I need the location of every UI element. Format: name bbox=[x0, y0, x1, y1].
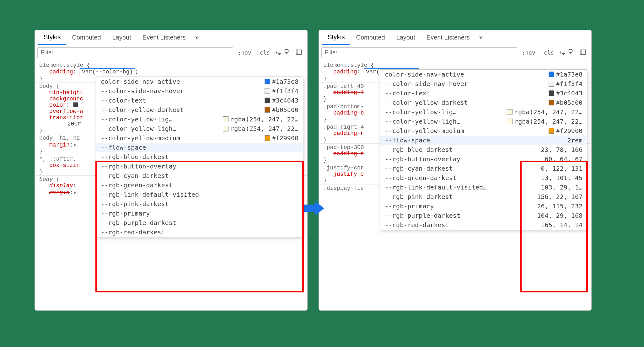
tab-styles[interactable]: Styles bbox=[38, 30, 66, 45]
autocomplete-item[interactable]: --color-yellow-medium#f29900 bbox=[96, 133, 303, 143]
devtools-panel-after: Styles Computed Layout Event Listeners »… bbox=[319, 30, 592, 311]
cls-toggle[interactable]: .cls bbox=[538, 49, 556, 56]
tab-computed[interactable]: Computed bbox=[66, 30, 106, 45]
prop-color[interactable]: color bbox=[49, 102, 66, 108]
autocomplete-item[interactable]: --rgb-green-darkest13, 101, 45 bbox=[380, 173, 587, 183]
prop-transition[interactable]: transitior bbox=[49, 115, 83, 121]
prop-margin[interactable]: margin bbox=[49, 142, 70, 148]
tabs-bar: Styles Computed Layout Event Listeners » bbox=[319, 30, 591, 45]
more-tabs-icon[interactable]: » bbox=[475, 34, 487, 42]
prop-margin-strike[interactable]: margin bbox=[49, 190, 70, 196]
computed-sidebar-icon[interactable] bbox=[293, 49, 305, 57]
new-rule-button[interactable]: + bbox=[272, 49, 281, 56]
filter-input[interactable] bbox=[321, 47, 517, 58]
rules-list: element.style { padding: var(--color-bg)… bbox=[35, 60, 307, 198]
selector-element-style: element.style bbox=[39, 62, 83, 68]
autocomplete-item[interactable]: --color-yellow-darkest#b05a00 bbox=[96, 105, 303, 115]
prop-name[interactable]: padding-l bbox=[333, 89, 364, 96]
tabs-bar: Styles Computed Layout Event Listeners » bbox=[35, 30, 307, 45]
selector-element-style: element.style bbox=[323, 62, 367, 68]
prop-name[interactable]: justify-c bbox=[333, 171, 364, 177]
color-swatch bbox=[223, 126, 228, 131]
color-swatch bbox=[265, 107, 270, 113]
autocomplete-item[interactable]: --color-side-nav-hover#f1f3f4 bbox=[96, 86, 303, 96]
svg-rect-2 bbox=[569, 49, 572, 52]
autocomplete-item[interactable]: --rgb-link-default-visited bbox=[96, 190, 303, 199]
new-rule-button[interactable]: + bbox=[556, 49, 565, 56]
color-swatch bbox=[265, 135, 270, 141]
autocomplete-item[interactable]: --rgb-cyan-darkest bbox=[96, 171, 303, 180]
prop-name[interactable]: padding-r bbox=[333, 130, 364, 136]
tab-event-listeners[interactable]: Event Listeners bbox=[137, 30, 191, 45]
prop-min-height[interactable]: min-height bbox=[49, 89, 83, 96]
color-swatch bbox=[507, 119, 513, 124]
paint-flashing-icon[interactable] bbox=[565, 49, 577, 57]
autocomplete-item[interactable]: --rgb-blue-darkest23, 78, 166 bbox=[380, 145, 587, 154]
autocomplete-popup[interactable]: color-side-nav-active#1a73e8 --color-sid… bbox=[96, 77, 303, 237]
autocomplete-item[interactable]: --rgb-button-overlay60, 64, 67 bbox=[380, 154, 587, 164]
prop-display[interactable]: display bbox=[49, 183, 73, 189]
autocomplete-item[interactable]: --color-yellow-darkest#b05a00 bbox=[380, 98, 587, 107]
hov-toggle[interactable]: :hov bbox=[519, 49, 538, 56]
autocomplete-item[interactable]: --rgb-purple-darkest bbox=[96, 218, 303, 227]
autocomplete-item[interactable]: --rgb-link-default-visited…103, 29, 1… bbox=[380, 183, 587, 192]
color-swatch bbox=[549, 90, 554, 96]
autocomplete-item[interactable]: --rgb-red-darkest165, 14, 14 bbox=[380, 220, 587, 230]
autocomplete-item[interactable]: --rgb-pink-darkest bbox=[96, 199, 303, 209]
autocomplete-item[interactable]: --flow-space bbox=[96, 143, 303, 152]
autocomplete-item[interactable]: --rgb-green-darkest bbox=[96, 180, 303, 190]
tab-event-listeners[interactable]: Event Listeners bbox=[421, 30, 475, 45]
color-swatch bbox=[265, 88, 270, 94]
prop-overflow[interactable]: overflow-w bbox=[49, 108, 83, 115]
autocomplete-item[interactable]: --color-yellow-lig…rgba(254, 247, 22… bbox=[380, 107, 587, 117]
devtools-panel-before: Styles Computed Layout Event Listeners »… bbox=[35, 30, 308, 311]
autocomplete-item[interactable]: --color-yellow-ligh…rgba(254, 247, 22… bbox=[380, 117, 587, 126]
autocomplete-item[interactable]: --rgb-pink-darkest156, 22, 107 bbox=[380, 192, 587, 201]
filter-input[interactable] bbox=[37, 47, 233, 58]
color-swatch[interactable] bbox=[73, 102, 78, 107]
tab-layout[interactable]: Layout bbox=[391, 30, 421, 45]
color-swatch bbox=[507, 109, 513, 115]
autocomplete-item[interactable]: --rgb-primary26, 115, 232 bbox=[380, 201, 587, 211]
autocomplete-item[interactable]: --rgb-button-overlay bbox=[96, 162, 303, 171]
color-swatch bbox=[265, 98, 270, 103]
autocomplete-item[interactable]: --color-yellow-ligh…rgba(254, 247, 22… bbox=[96, 124, 303, 133]
styles-toolbar: :hov .cls + bbox=[319, 45, 591, 60]
more-tabs-icon[interactable]: » bbox=[191, 34, 203, 42]
color-swatch bbox=[265, 79, 270, 84]
autocomplete-item[interactable]: --rgb-purple-darkest104, 29, 168 bbox=[380, 211, 587, 220]
autocomplete-item[interactable]: --color-text#3c4043 bbox=[96, 96, 303, 105]
cls-toggle[interactable]: .cls bbox=[254, 49, 272, 56]
autocomplete-item[interactable]: --color-yellow-lig…rgba(254, 247, 22… bbox=[96, 115, 303, 124]
autocomplete-item[interactable]: --rgb-primary bbox=[96, 209, 303, 218]
computed-sidebar-icon[interactable] bbox=[577, 49, 589, 57]
disclosure-icon[interactable]: ▸ bbox=[74, 190, 77, 196]
prop-background[interactable]: backgrounc bbox=[49, 96, 83, 102]
autocomplete-item[interactable]: --rgb-cyan-darkest0, 122, 131 bbox=[380, 164, 587, 173]
color-swatch bbox=[549, 128, 554, 134]
autocomplete-item[interactable]: color-side-nav-active#1a73e8 bbox=[380, 70, 587, 79]
svg-rect-0 bbox=[285, 49, 288, 52]
prop-name[interactable]: padding-t bbox=[333, 151, 364, 157]
autocomplete-item[interactable]: --color-yellow-medium#f29900 bbox=[380, 126, 587, 136]
prop-padding[interactable]: padding bbox=[333, 69, 357, 75]
tab-layout[interactable]: Layout bbox=[107, 30, 137, 45]
prop-name[interactable]: padding-b bbox=[333, 110, 364, 116]
tab-styles[interactable]: Styles bbox=[322, 30, 350, 45]
disclosure-icon[interactable]: ▸ bbox=[74, 142, 77, 148]
autocomplete-item[interactable]: --rgb-red-darkest bbox=[96, 227, 303, 237]
prop-box-sizing[interactable]: box-sizin bbox=[49, 162, 80, 168]
autocomplete-item[interactable]: --color-text#3c4043 bbox=[380, 88, 587, 98]
before-after-arrow-icon bbox=[302, 201, 324, 216]
autocomplete-item[interactable]: --rgb-blue-darkest bbox=[96, 152, 303, 162]
autocomplete-item[interactable]: color-side-nav-active#1a73e8 bbox=[96, 77, 303, 86]
color-swatch bbox=[549, 72, 554, 77]
paint-flashing-icon[interactable] bbox=[281, 49, 293, 57]
autocomplete-item[interactable]: --flow-space2rem bbox=[380, 136, 587, 145]
hov-toggle[interactable]: :hov bbox=[235, 49, 254, 56]
autocomplete-popup[interactable]: color-side-nav-active#1a73e8 --color-sid… bbox=[380, 69, 587, 230]
value-editor[interactable]: var(--color-bg) bbox=[80, 68, 135, 75]
prop-padding[interactable]: padding bbox=[49, 69, 73, 75]
autocomplete-item[interactable]: --color-side-nav-hover#f1f3f4 bbox=[380, 79, 587, 88]
tab-computed[interactable]: Computed bbox=[350, 30, 390, 45]
